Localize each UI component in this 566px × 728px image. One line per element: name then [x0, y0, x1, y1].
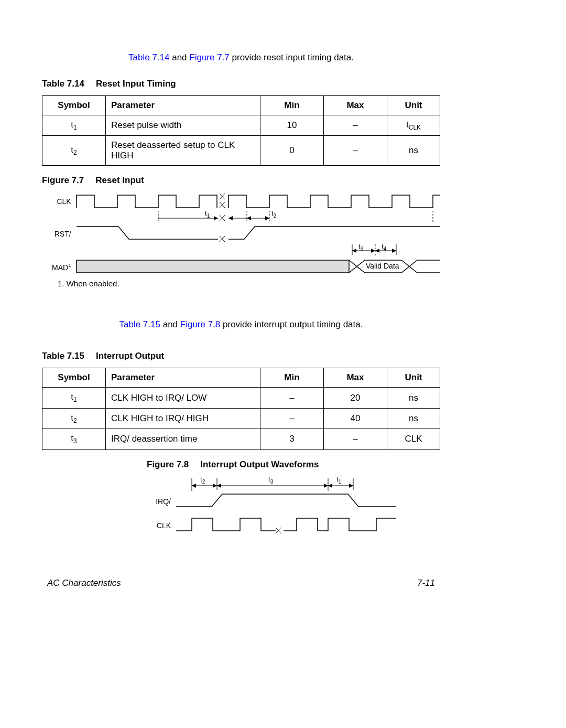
svg-marker-18 — [371, 249, 375, 253]
cell-unit: ns — [387, 408, 440, 429]
figure-78-caption: Figure 7.8Interrupt Output Waveforms — [147, 459, 440, 470]
footer-section-title: AC Characteristics — [47, 578, 121, 588]
cell-unit: ns — [387, 388, 440, 408]
cell-unit: tCLK — [387, 115, 440, 136]
svg-marker-21 — [392, 249, 396, 253]
interrupt-intro-text: Table 7.15 and Figure 7.8 provide interr… — [42, 319, 440, 330]
table-row: t2 CLK HIGH to IRQ/ HIGH – 40 ns — [42, 408, 440, 429]
xref-figure-78[interactable]: Figure 7.8 — [180, 319, 221, 329]
signal-label-irq: IRQ/ — [147, 497, 171, 506]
cell-max: – — [324, 136, 387, 166]
svg-marker-32 — [213, 484, 217, 488]
svg-marker-37 — [328, 484, 332, 488]
footer-page-number: 7-11 — [417, 578, 435, 588]
table-interrupt-output: Symbol Parameter Min Max Unit t1 CLK HIG… — [42, 368, 440, 449]
cell-min: – — [260, 388, 324, 408]
xref-figure-77[interactable]: Figure 7.7 — [189, 52, 230, 62]
cell-max: – — [324, 115, 387, 136]
col-min: Min — [260, 96, 324, 115]
cell-symbol: t1 — [42, 115, 106, 136]
svg-rect-24 — [77, 260, 349, 273]
cell-min: 0 — [260, 136, 324, 166]
col-parameter: Parameter — [106, 368, 260, 388]
table-header-row: Symbol Parameter Min Max Unit — [42, 96, 440, 115]
svg-marker-9 — [247, 216, 251, 220]
col-unit: Unit — [387, 96, 440, 115]
table-reset-input-timing: Symbol Parameter Min Max Unit t1 Reset p… — [42, 95, 440, 166]
svg-marker-6 — [228, 216, 233, 220]
svg-text:Valid Data: Valid Data — [366, 262, 399, 270]
cell-unit: CLK — [387, 429, 440, 449]
table-row: t1 Reset pulse width 10 – tCLK — [42, 115, 440, 136]
cell-min: 10 — [260, 115, 324, 136]
signal-label-clk: CLK — [42, 197, 71, 206]
col-max: Max — [324, 96, 387, 115]
table-header-row: Symbol Parameter Min Max Unit — [42, 368, 440, 388]
cell-parameter: CLK HIGH to IRQ/ LOW — [106, 388, 260, 408]
svg-text:t1: t1 — [336, 476, 342, 485]
col-symbol: Symbol — [42, 368, 106, 388]
cell-min: 3 — [260, 429, 324, 449]
cell-min: – — [260, 408, 324, 429]
signal-label-clk2: CLK — [147, 521, 171, 530]
col-symbol: Symbol — [42, 96, 106, 115]
cell-max: 20 — [324, 388, 387, 408]
table-row: t1 CLK HIGH to IRQ/ LOW – 20 ns — [42, 388, 440, 408]
cell-parameter: Reset pulse width — [106, 115, 260, 136]
xref-table-715[interactable]: Table 7.15 — [119, 319, 160, 329]
figure-reset-input: CLK t1 t2 — [42, 192, 440, 288]
signal-label-rst: RST/ — [42, 230, 71, 238]
table-715-caption: Table 7.15Interrupt Output — [42, 351, 440, 361]
clk-waveform-icon — [71, 192, 440, 211]
col-parameter: Parameter — [106, 96, 260, 115]
cell-parameter: Reset deasserted setup to CLK HIGH — [106, 136, 260, 166]
col-min: Min — [260, 368, 324, 388]
svg-marker-34 — [217, 484, 221, 488]
timing-arrows-t3-t4: t3 t4 — [71, 244, 440, 257]
svg-marker-20 — [375, 249, 379, 253]
svg-marker-17 — [352, 249, 356, 253]
mad-waveform-icon: Valid Data — [71, 257, 440, 276]
cell-max: – — [324, 429, 387, 449]
irq-waveform-icon — [171, 491, 401, 512]
cell-parameter: IRQ/ deassertion time — [106, 429, 260, 449]
table-row: t3 IRQ/ deassertion time 3 – CLK — [42, 429, 440, 449]
timing-arrows-t1-t2: t1 t2 — [71, 211, 440, 223]
svg-marker-35 — [324, 484, 328, 488]
xref-table-714[interactable]: Table 7.14 — [128, 52, 169, 62]
table-row: t2 Reset deasserted setup to CLK HIGH 0 … — [42, 136, 440, 166]
svg-marker-38 — [349, 484, 353, 488]
col-max: Max — [324, 368, 387, 388]
svg-text:t2: t2 — [271, 211, 277, 219]
cell-max: 40 — [324, 408, 387, 429]
table-714-caption: Table 7.14Reset Input Timing — [42, 79, 440, 89]
svg-marker-4 — [214, 216, 218, 220]
svg-text:t2: t2 — [200, 476, 205, 485]
svg-text:t1: t1 — [205, 211, 210, 219]
svg-marker-10 — [265, 216, 269, 220]
timing-arrows-irq: t2 t3 t1 — [171, 476, 401, 491]
reset-intro-text: Table 7.14 and Figure 7.7 provide reset … — [42, 52, 440, 63]
page-footer: AC Characteristics 7-11 — [42, 578, 440, 588]
cell-symbol: t2 — [42, 136, 106, 166]
cell-unit: ns — [387, 136, 440, 166]
cell-symbol: t2 — [42, 408, 106, 429]
cell-parameter: CLK HIGH to IRQ/ HIGH — [106, 408, 260, 429]
figure-interrupt-output: t2 t3 t1 IRQ/ CLK — [147, 476, 440, 536]
figure-77-caption: Figure 7.7Reset Input — [42, 175, 440, 186]
svg-text:t3: t3 — [268, 476, 274, 485]
cell-symbol: t3 — [42, 429, 106, 449]
signal-label-mad: MAD1 — [42, 262, 71, 272]
svg-marker-31 — [192, 484, 196, 488]
figure-77-footnote: 1. When enabled. — [58, 279, 440, 288]
cell-symbol: t1 — [42, 388, 106, 408]
clk-waveform-icon — [171, 515, 401, 536]
col-unit: Unit — [387, 368, 440, 388]
rst-waveform-icon — [71, 223, 440, 244]
